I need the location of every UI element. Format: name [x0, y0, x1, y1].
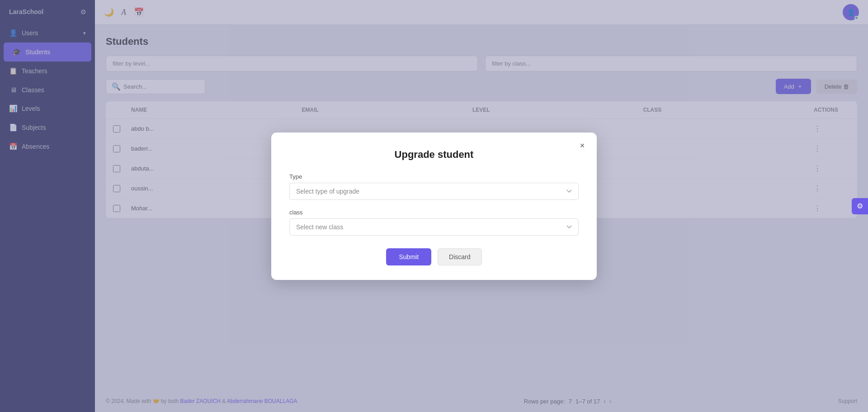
type-select[interactable]: Select type of upgrade Promote Demote Tr… — [289, 183, 579, 200]
modal-actions: Submit Discard — [289, 248, 579, 265]
modal-overlay[interactable]: × Upgrade student Type Select type of up… — [0, 0, 868, 412]
modal-title: Upgrade student — [289, 149, 579, 161]
upgrade-modal: × Upgrade student Type Select type of up… — [271, 133, 597, 280]
class-select[interactable]: Select new class Class A Class B Class C — [289, 218, 579, 236]
submit-button[interactable]: Submit — [386, 248, 431, 265]
class-form-group: class Select new class Class A Class B C… — [289, 209, 579, 236]
type-form-group: Type Select type of upgrade Promote Demo… — [289, 173, 579, 200]
discard-button[interactable]: Discard — [438, 248, 481, 265]
settings-icon: ⚙ — [857, 202, 863, 210]
type-label: Type — [289, 173, 579, 180]
modal-close-button[interactable]: × — [576, 140, 589, 152]
settings-fab[interactable]: ⚙ — [852, 198, 868, 214]
class-label: class — [289, 209, 579, 216]
close-icon: × — [580, 141, 585, 151]
